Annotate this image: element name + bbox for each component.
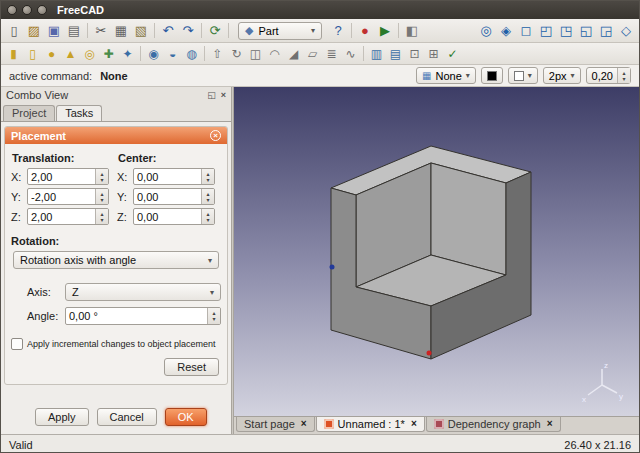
command-bar: active command: None ▦ None ▾ ▾ 2px ▾ 0,…	[1, 65, 639, 87]
maximize-button[interactable]	[37, 5, 47, 15]
view-toolbar-group: ◎◈◻◰◳◱◲◇	[476, 21, 636, 40]
document-tab-dependency-graph[interactable]: Dependency graph×	[426, 417, 561, 432]
whats-this-icon[interactable]: ?	[328, 21, 348, 40]
cut-icon[interactable]: ✂	[91, 21, 111, 40]
ruled-surface-icon[interactable]: ▱	[303, 44, 322, 63]
copy-icon[interactable]: ▦	[111, 21, 131, 40]
view-bottom-icon[interactable]: ◲	[596, 21, 616, 40]
fillet-icon[interactable]: ◠	[265, 44, 284, 63]
toolbar-separator	[398, 23, 399, 38]
close-tab-icon[interactable]: ×	[301, 419, 307, 429]
loft-icon[interactable]: ≣	[322, 44, 341, 63]
offset-icon[interactable]: ⊡	[405, 44, 424, 63]
chamfer-icon[interactable]: ◢	[284, 44, 303, 63]
document-tab-start-page[interactable]: Start page×	[236, 417, 315, 432]
translation-z-spinner[interactable]: 2,00▴▾	[27, 208, 109, 225]
view-rear-icon[interactable]: ◱	[576, 21, 596, 40]
shape-builder-icon[interactable]: ✦	[118, 44, 137, 63]
close-tab-icon[interactable]: ×	[411, 419, 417, 429]
section-icon[interactable]: ▥	[367, 44, 386, 63]
document-tab-unnamed-1-[interactable]: Unnamed : 1*×	[316, 417, 425, 432]
translation-y-spinner[interactable]: -2,00▴▾	[27, 188, 109, 205]
view-top-icon[interactable]: ◰	[536, 21, 556, 40]
file-new-icon[interactable]: ▯	[4, 21, 24, 40]
center-y-spinner[interactable]: 0,00▴▾	[133, 188, 215, 205]
view-axonometric-icon[interactable]: ◈	[496, 21, 516, 40]
spinner-arrows[interactable]: ▴▾	[201, 209, 214, 224]
boolean-union-icon[interactable]: ◉	[144, 44, 163, 63]
boolean-cut-icon[interactable]: ◍	[182, 44, 201, 63]
file-save-icon[interactable]: ▣	[44, 21, 64, 40]
line-color-swatch[interactable]: ▾	[508, 67, 538, 84]
mirror-icon[interactable]: ◫	[246, 44, 265, 63]
view-left-icon[interactable]: ◇	[616, 21, 636, 40]
center-x-spinner[interactable]: 0,00▴▾	[133, 168, 215, 185]
cross-sections-icon[interactable]: ▤	[386, 44, 405, 63]
minimize-button[interactable]	[22, 5, 32, 15]
draw-style-dropdown[interactable]: ▦ None ▾	[416, 67, 476, 84]
3d-viewport[interactable]: x y z	[234, 87, 640, 416]
axis-dropdown[interactable]: Z ▾	[65, 283, 221, 301]
draw-style-icon: ▦	[422, 70, 431, 81]
part-cone-icon[interactable]: ▲	[61, 44, 80, 63]
part-primitives-icon[interactable]: ✚	[99, 44, 118, 63]
spinner-arrows[interactable]: ▴▾	[95, 209, 108, 224]
translation-x-spinner[interactable]: 2,00▴▾	[27, 168, 109, 185]
placement-close-icon[interactable]: ×	[210, 130, 221, 141]
spinner-arrows[interactable]: ▴▾	[95, 169, 108, 184]
incremental-checkbox[interactable]	[11, 338, 23, 350]
macro-execute-icon[interactable]: ▶	[375, 21, 395, 40]
part-sphere-icon[interactable]: ●	[42, 44, 61, 63]
tab-tasks[interactable]: Tasks	[56, 105, 102, 121]
macro-record-icon[interactable]: ●	[355, 21, 375, 40]
close-button[interactable]	[7, 5, 17, 15]
translation-x-label: X:	[11, 171, 27, 183]
angle-spinner[interactable]: 0,00 ° ▴▾	[65, 307, 221, 325]
redo-icon[interactable]: ↷	[178, 21, 198, 40]
center-z-spinner[interactable]: 0,00▴▾	[133, 208, 215, 225]
status-bar: Valid 26.40 x 21.16	[1, 434, 639, 453]
reset-button[interactable]: Reset	[164, 358, 219, 376]
undo-icon[interactable]: ↶	[158, 21, 178, 40]
boolean-common-icon[interactable]: ◒	[163, 44, 182, 63]
appearance-icon[interactable]: ◧	[402, 21, 422, 40]
tab-project[interactable]: Project	[3, 105, 55, 121]
toolbar-separator	[204, 46, 205, 61]
paste-icon[interactable]: ▧	[131, 21, 151, 40]
part-box-icon[interactable]: ▮	[4, 44, 23, 63]
white-color-swatch-icon	[514, 71, 524, 81]
part-torus-icon[interactable]: ◎	[80, 44, 99, 63]
view-right-icon[interactable]: ◳	[556, 21, 576, 40]
sweep-icon[interactable]: ∿	[341, 44, 360, 63]
spinner-arrows[interactable]: ▴▾	[201, 169, 214, 184]
check-geometry-icon[interactable]: ✓	[443, 44, 462, 63]
chevron-down-icon: ▾	[466, 71, 470, 80]
revolve-icon[interactable]: ↻	[227, 44, 246, 63]
close-tab-icon[interactable]: ×	[547, 419, 553, 429]
close-panel-icon[interactable]: ×	[221, 90, 226, 100]
view-front-icon[interactable]: ◻	[516, 21, 536, 40]
apply-button[interactable]: Apply	[35, 408, 89, 426]
line-width-dropdown[interactable]: 2px ▾	[543, 67, 581, 84]
file-open-icon[interactable]: ▨	[24, 21, 44, 40]
thickness-icon[interactable]: ⊞	[424, 44, 443, 63]
float-panel-icon[interactable]: ◱	[207, 90, 216, 100]
refresh-icon[interactable]: ⟳	[205, 21, 225, 40]
spinner-arrows[interactable]: ▴▾	[207, 308, 220, 324]
spinner-arrows[interactable]: ▴▾	[201, 189, 214, 204]
placement-axis-row: Y:-2,00▴▾Y:0,00▴▾	[11, 188, 221, 205]
rotation-mode-dropdown[interactable]: Rotation axis with angle ▾	[13, 251, 219, 269]
print-icon[interactable]: ▤	[64, 21, 84, 40]
cancel-button[interactable]: Cancel	[97, 408, 157, 426]
face-color-swatch[interactable]	[481, 67, 503, 84]
ok-button[interactable]: OK	[165, 408, 207, 426]
origin-point	[427, 351, 432, 356]
active-command-value: None	[100, 70, 128, 82]
fit-all-icon[interactable]: ◎	[476, 21, 496, 40]
spinner-arrows[interactable]: ▴▾	[95, 189, 108, 204]
workbench-selector[interactable]: ◆ Part ▾	[238, 22, 322, 40]
spinner-arrows[interactable]: ▴▾	[617, 68, 630, 83]
point-size-spinner[interactable]: 0,20 ▴▾	[586, 67, 631, 84]
extrude-icon[interactable]: ⇧	[208, 44, 227, 63]
part-cylinder-icon[interactable]: ▯	[23, 44, 42, 63]
